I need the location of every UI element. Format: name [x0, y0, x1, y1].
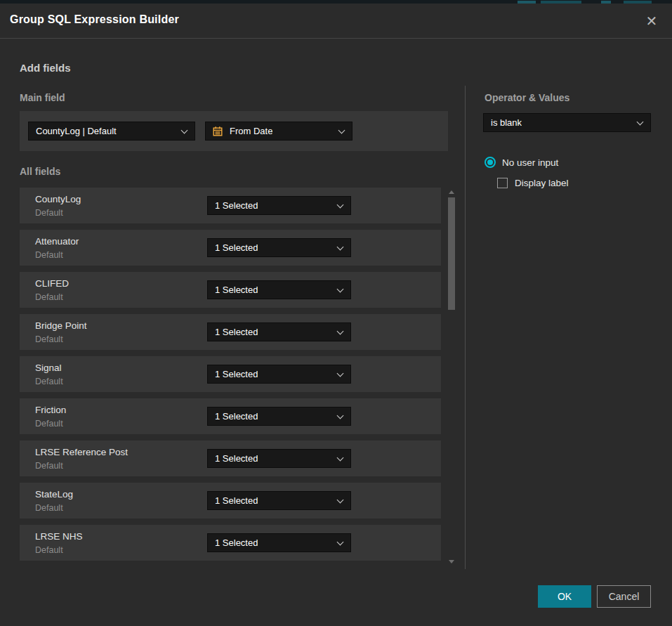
field-row: Attenuator Default 1 Selected — [20, 230, 441, 266]
field-name: CountyLog — [35, 194, 81, 204]
group-sql-expression-builder-dialog: Group SQL Expression Builder ✕ Add field… — [0, 4, 672, 626]
chevron-down-icon — [338, 127, 345, 134]
field-sublabel: Default — [35, 545, 63, 555]
chevron-down-icon — [337, 539, 344, 546]
field-sublabel: Default — [35, 419, 63, 429]
chevron-down-icon — [337, 202, 344, 209]
chevron-down-icon — [337, 328, 344, 335]
operator-select-value: is blank — [491, 117, 522, 128]
main-field-label: Main field — [20, 92, 65, 103]
scroll-down-icon[interactable] — [449, 560, 454, 563]
chevron-down-icon — [637, 119, 644, 126]
chevron-down-icon — [337, 497, 344, 504]
field-sublabel: Default — [35, 461, 63, 471]
calendar-icon — [212, 126, 223, 137]
field-select-value: 1 Selected — [215, 411, 258, 422]
field-name: LRSE NHS — [35, 531, 83, 542]
dialog-header: Group SQL Expression Builder ✕ — [0, 4, 672, 39]
main-field-select-value: From Date — [230, 126, 272, 136]
field-select-value: 1 Selected — [215, 369, 258, 379]
all-fields-label: All fields — [20, 166, 60, 177]
field-row: CLIFED Default 1 Selected — [20, 272, 441, 308]
field-select-value: 1 Selected — [215, 327, 258, 337]
chevron-down-icon — [337, 244, 344, 251]
field-select-value: 1 Selected — [215, 285, 258, 295]
field-values-select[interactable]: 1 Selected — [207, 280, 351, 299]
field-sublabel: Default — [35, 250, 63, 260]
field-values-select[interactable]: 1 Selected — [207, 449, 351, 468]
field-name: LRSE Reference Post — [35, 447, 128, 457]
field-sublabel: Default — [35, 292, 63, 302]
scrollbar-thumb[interactable] — [448, 197, 455, 310]
field-values-select[interactable]: 1 Selected — [207, 238, 351, 257]
chevron-down-icon — [337, 286, 344, 293]
list-scrollbar[interactable] — [447, 188, 456, 565]
field-select-value: 1 Selected — [215, 200, 258, 211]
field-name: StateLog — [35, 489, 73, 500]
chevron-down-icon — [337, 412, 344, 419]
field-values-select[interactable]: 1 Selected — [207, 322, 351, 341]
operator-select[interactable]: is blank — [483, 113, 651, 132]
panel-divider — [465, 86, 466, 569]
radio-selected-icon — [485, 157, 496, 168]
field-row: CountyLog Default 1 Selected — [20, 188, 441, 223]
close-icon[interactable]: ✕ — [642, 11, 661, 31]
field-sublabel: Default — [35, 503, 63, 513]
main-layer-select-value: CountyLog | Default — [36, 126, 117, 136]
field-select-value: 1 Selected — [215, 495, 258, 506]
field-sublabel: Default — [35, 208, 63, 218]
display-label-label: Display label — [515, 178, 569, 188]
field-sublabel: Default — [35, 377, 63, 386]
field-select-value: 1 Selected — [215, 453, 258, 464]
field-values-select[interactable]: 1 Selected — [207, 365, 351, 384]
operator-values-label: Operator & Values — [485, 92, 569, 103]
main-field-select[interactable]: From Date — [205, 122, 353, 141]
field-values-select[interactable]: 1 Selected — [207, 491, 351, 510]
scroll-up-icon[interactable] — [449, 190, 454, 194]
chevron-down-icon — [337, 455, 344, 462]
display-label-checkbox[interactable]: Display label — [497, 178, 569, 188]
field-row: StateLog Default 1 Selected — [20, 483, 441, 519]
field-name: CLIFED — [35, 278, 69, 289]
field-sublabel: Default — [35, 334, 63, 344]
dialog-title: Group SQL Expression Builder — [10, 13, 179, 26]
field-name: Friction — [35, 405, 66, 415]
field-select-value: 1 Selected — [215, 537, 258, 548]
field-name: Signal — [35, 363, 62, 373]
chevron-down-icon — [181, 127, 188, 134]
cancel-button[interactable]: Cancel — [597, 585, 651, 608]
field-row: Bridge Point Default 1 Selected — [20, 314, 441, 350]
no-user-input-radio[interactable]: No user input — [485, 157, 558, 168]
field-row: Signal Default 1 Selected — [20, 356, 441, 392]
field-name: Attenuator — [35, 236, 79, 247]
field-select-value: 1 Selected — [215, 242, 258, 253]
no-user-input-label: No user input — [502, 157, 558, 168]
field-values-select[interactable]: 1 Selected — [207, 196, 351, 215]
add-fields-heading: Add fields — [20, 62, 71, 74]
main-layer-select[interactable]: CountyLog | Default — [28, 122, 195, 141]
field-row: LRSE Reference Post Default 1 Selected — [20, 441, 441, 476]
field-values-select[interactable]: 1 Selected — [207, 533, 351, 552]
field-row: LRSE NHS Default 1 Selected — [20, 525, 441, 561]
chevron-down-icon — [337, 370, 344, 377]
all-fields-list: CountyLog Default 1 Selected Attenuator … — [20, 188, 441, 567]
main-field-panel: CountyLog | Default From Date — [20, 111, 448, 151]
ok-button[interactable]: OK — [538, 585, 591, 608]
field-row: Friction Default 1 Selected — [20, 398, 441, 434]
checkbox-unchecked-icon — [497, 178, 508, 188]
field-values-select[interactable]: 1 Selected — [207, 407, 351, 426]
field-name: Bridge Point — [35, 320, 87, 331]
